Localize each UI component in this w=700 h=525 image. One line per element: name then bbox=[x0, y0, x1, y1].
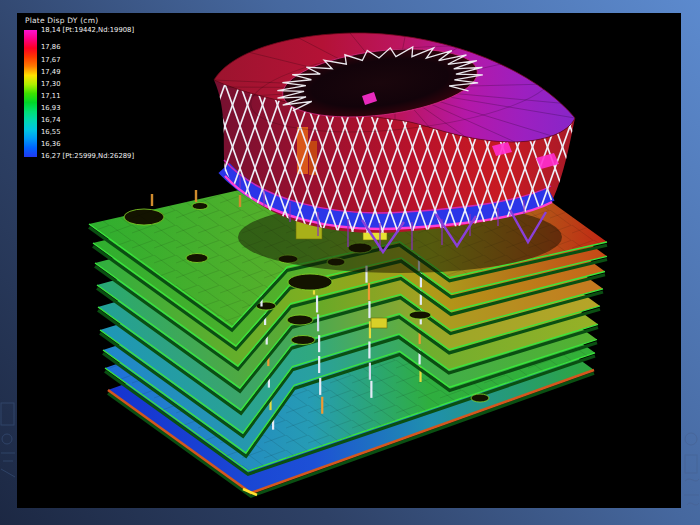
blueprint-watermark-left bbox=[0, 395, 17, 485]
fem-model-canvas[interactable] bbox=[17, 13, 681, 508]
blueprint-watermark-right bbox=[683, 425, 700, 520]
model-viewport[interactable]: Plate Disp DY (cm) 18,14 [Pt:19442,Nd:19… bbox=[17, 13, 681, 508]
presentation-slide: { "app": { "description_title": "Plate d… bbox=[0, 0, 700, 525]
